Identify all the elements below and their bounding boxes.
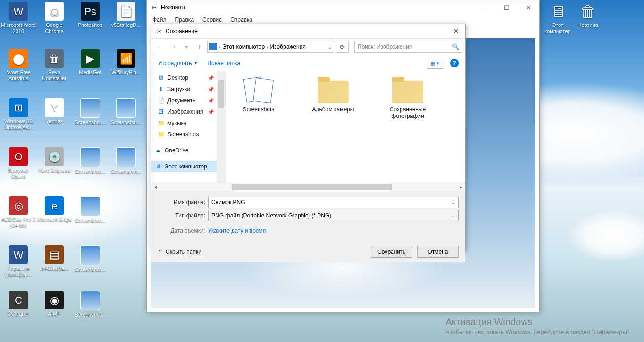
desktop-icon[interactable]: ▤df401ed8a... (37, 245, 72, 272)
desktop-icon[interactable]: Screenshot... (73, 291, 108, 318)
desktop-icon[interactable]: 📄v5SttniegD... (109, 2, 143, 28)
desktop-icon[interactable]: 🗑Корзина (571, 2, 606, 28)
icon-label: Браузер Opera (1, 167, 36, 180)
desktop-icon[interactable]: ◉AIMP (37, 291, 72, 317)
tree-label: OneDrive (165, 147, 189, 154)
forward-button[interactable]: → (167, 41, 179, 52)
icon-label: Screenshot... (109, 119, 143, 125)
folder-content[interactable]: ScreenshotsАльбом камерыСохраненные фото… (226, 71, 465, 183)
scroll-left-icon[interactable]: ◂ (151, 183, 160, 191)
menu-tools[interactable]: Сервис (202, 17, 222, 23)
tree-node[interactable]: ☁OneDrive (151, 145, 217, 156)
chevron-right-icon[interactable]: › (219, 44, 220, 50)
refresh-button[interactable]: ⟳ (336, 41, 349, 53)
icon-label: Avast Free Antivirus (1, 69, 36, 82)
app-icon: 📄 (117, 2, 135, 21)
nav-row: ← → ▾ ↑ › Этот компьютер › Изображения ⌄… (151, 38, 465, 55)
desktop-icon[interactable]: WMicrosoft Word 2010 (1, 2, 36, 34)
save-button[interactable]: Сохранить (371, 246, 412, 258)
filename-input[interactable]: Снимок.PNG⌄ (208, 197, 459, 208)
folder-item[interactable]: Сохраненные фотографии (379, 77, 436, 119)
tree-node[interactable]: 🖥Desktop📌 (151, 72, 217, 83)
up-button[interactable]: ↑ (194, 41, 205, 52)
folder-label: Screenshots (230, 106, 287, 113)
desktop-icon[interactable]: CCCleaner (1, 291, 36, 317)
desktop-icon[interactable]: PsPhotoshop (73, 2, 108, 28)
desktop-icon[interactable]: Screenshot... (73, 147, 108, 175)
close-button[interactable]: ✕ (446, 24, 465, 38)
desktop-icon[interactable]: ◎ACDSee Pro 9 (64-bit) (1, 196, 36, 229)
desktop-icon[interactable]: 🗑Revo Uninstaller (37, 49, 72, 82)
tree-node[interactable]: 📁Screenshots (151, 129, 217, 140)
desktop-icon[interactable]: OБраузер Opera (1, 147, 36, 180)
app-icon: ▶ (81, 49, 100, 68)
desktop-icon[interactable]: Screenshot... (73, 196, 108, 224)
breadcrumb-root[interactable]: Этот компьютер (222, 43, 265, 50)
chevron-down-icon[interactable]: ⌄ (452, 200, 455, 205)
app-icon (80, 196, 100, 216)
icon-label: Microsoft Word 2010 (1, 22, 36, 34)
desktop-icon[interactable]: ◉Google Chrome (37, 2, 72, 34)
tree-node[interactable]: 🖼Изображения📌 (151, 106, 217, 117)
desktop-icon[interactable]: eMicrosoft Edge (37, 196, 72, 223)
cancel-button[interactable]: Отмена (417, 246, 459, 258)
desktop-icon[interactable]: ▶MediaGet (73, 49, 108, 75)
maximize-button[interactable]: ☐ (496, 0, 518, 15)
tree-node[interactable]: 🖥Этот компьютер (151, 161, 217, 172)
h-scrollbar[interactable]: ◂ ▸ (151, 183, 465, 192)
folder-item[interactable]: Screenshots (230, 77, 287, 113)
app-icon: ◉ (45, 291, 64, 309)
nav-tree: 🖥Desktop📌⬇Загрузки📌📄Документы📌🖼Изображен… (151, 71, 217, 183)
app-icon: ⊞ (9, 98, 28, 117)
tree-node[interactable]: 📁музыка (151, 117, 217, 129)
scroll-right-icon[interactable]: ▸ (457, 183, 465, 191)
desktop-icon[interactable]: W7 практик трансфор... (1, 245, 36, 278)
chevron-down-icon[interactable]: ⌄ (328, 44, 332, 50)
recent-dropdown[interactable]: ▾ (181, 41, 192, 52)
close-button[interactable]: ✕ (518, 0, 539, 15)
filename-label: Имя файла: (158, 199, 205, 206)
tree-scrollbar[interactable] (217, 71, 226, 183)
app-icon: 🗑 (45, 49, 64, 68)
desktop-icon[interactable]: Screenshot... (73, 245, 108, 273)
hide-folders-toggle[interactable]: ⌃ Скрыть папки (158, 249, 201, 255)
tree-node[interactable]: 📄Документы📌 (151, 95, 217, 106)
desktop-icon[interactable]: 📶WifiKeyFin... (109, 49, 143, 75)
organize-menu[interactable]: Упорядочить▼ (158, 60, 198, 67)
chevron-right-icon[interactable]: › (267, 44, 268, 50)
folder-icon (391, 77, 424, 103)
date-taken-link[interactable]: Укажите дату и время (208, 227, 266, 234)
desktop-icon[interactable]: 🖥Этот компьютер (540, 2, 575, 34)
tree-label: Desktop (167, 75, 188, 81)
folder-item[interactable]: Альбом камеры (305, 77, 361, 113)
app-icon: O (9, 147, 28, 166)
filetype-select[interactable]: PNG-файл (Portable Network Graphic) (*.P… (208, 210, 459, 221)
address-bar[interactable]: › Этот компьютер › Изображения ⌄ (207, 41, 334, 53)
view-mode-button[interactable]: ▦ ▼ (427, 58, 443, 69)
minimize-button[interactable]: — (474, 0, 496, 15)
save-titlebar[interactable]: ✂ Сохранение ✕ (151, 24, 465, 38)
tree-label: Screenshots (167, 131, 199, 138)
desktop-icon[interactable]: YYandex (37, 98, 72, 125)
menu-edit[interactable]: Правка (175, 17, 194, 23)
new-folder-button[interactable]: Новая папка (207, 60, 240, 67)
menu-file[interactable]: Файл (152, 17, 167, 23)
desktop-icon[interactable]: 💿Nero Express (37, 147, 72, 174)
icon-label: Photoshop (73, 22, 108, 28)
chevron-down-icon[interactable]: ⌄ (452, 213, 455, 218)
desktop-icon[interactable]: Screenshot... (109, 98, 143, 125)
help-icon[interactable]: ? (450, 59, 459, 67)
desktop-icon[interactable]: ⊞Windows 10 Update As... (1, 98, 36, 131)
menu-help[interactable]: Справка (230, 17, 252, 23)
desktop-icon[interactable]: Screenshot... (73, 98, 108, 125)
app-icon: Y (45, 98, 64, 117)
snip-titlebar[interactable]: ✂ Ножницы — ☐ ✕ (147, 0, 539, 15)
app-icon (80, 291, 100, 310)
desktop-icon[interactable]: ⬤Avast Free Antivirus (1, 49, 36, 82)
search-input[interactable]: Поиск: Изображения 🔍 (354, 41, 462, 53)
tree-node[interactable]: ⬇Загрузки📌 (151, 83, 217, 95)
pin-icon: 📌 (208, 87, 214, 92)
desktop-icon[interactable]: Screenshot... (109, 147, 143, 175)
back-button[interactable]: ← (154, 41, 166, 52)
breadcrumb-leaf[interactable]: Изображения (270, 43, 305, 50)
